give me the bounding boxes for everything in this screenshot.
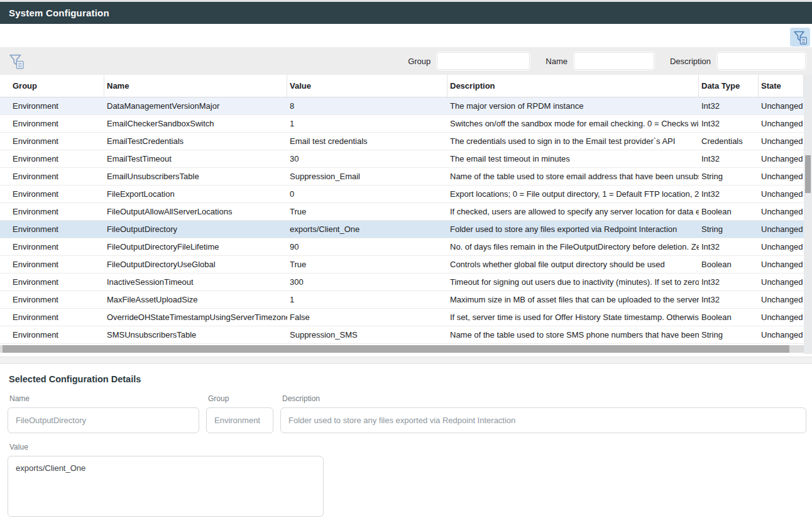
table-row[interactable]: EnvironmentEmailTestTimeout30The email t… — [0, 150, 804, 168]
details-description-label: Description — [282, 394, 806, 403]
horizontal-scrollbar-track[interactable] — [0, 345, 804, 353]
table-cell: Email test credentials — [287, 136, 447, 146]
table-cell: EmailTestTimeout — [104, 154, 287, 163]
details-description-input[interactable] — [280, 407, 806, 433]
table-row[interactable]: EnvironmentEmailUnsubscribersTableSuppre… — [0, 168, 804, 185]
table-cell: Environment — [0, 277, 104, 287]
horizontal-scrollbar-thumb[interactable] — [3, 345, 789, 353]
details-group-label: Group — [208, 394, 273, 403]
table-cell: SMSUnsubscribersTable — [104, 330, 287, 340]
table-cell: FileOutputDirectoryUseGlobal — [104, 260, 287, 269]
table-cell: Int32 — [699, 189, 759, 199]
table-cell: Unchanged — [759, 260, 804, 269]
table-cell: InactiveSessionTimeout — [104, 277, 287, 287]
table-cell: The major version of RPDM instance — [447, 101, 699, 111]
details-name-input[interactable] — [8, 407, 199, 433]
table-cell: The email test timeout in minutes — [447, 154, 699, 163]
table-cell: FileOutputDirectory — [104, 224, 287, 234]
table-cell: OverrideOHStateTimestampUsingServerTimez… — [104, 312, 287, 322]
details-field-description: Description — [280, 394, 806, 433]
description-filter-input[interactable] — [716, 52, 806, 70]
table-cell: Environment — [0, 224, 104, 234]
table-row[interactable]: EnvironmentFileExportLocation0Export loc… — [0, 185, 804, 203]
table-cell: Int32 — [699, 277, 759, 287]
table-cell: Environment — [0, 189, 104, 199]
name-filter-input[interactable] — [573, 52, 655, 70]
table-cell: No. of days files remain in the FileOutp… — [447, 242, 699, 251]
horizontal-scrollbar[interactable] — [0, 344, 804, 354]
toolbar-row — [0, 24, 812, 47]
filter-bar: Group Name Description — [0, 47, 812, 75]
selected-configuration-details: Selected Configuration Details Name Grou… — [0, 364, 812, 517]
table-row[interactable]: EnvironmentFileOutputDirectoryexports/Cl… — [0, 221, 804, 238]
column-header-name[interactable]: Name — [104, 75, 287, 97]
table-cell: Name of the table used to store SMS phon… — [447, 330, 699, 340]
group-filter-label: Group — [408, 57, 431, 66]
details-fields-row: Name Group Description — [8, 394, 806, 433]
table-cell: EmailUnsubscribersTable — [104, 172, 287, 181]
table-cell: Environment — [0, 207, 104, 216]
name-filter-label: Name — [546, 57, 568, 66]
vertical-scrollbar-track[interactable] — [804, 75, 812, 354]
table-cell: FileExportLocation — [104, 189, 287, 199]
table-cell: Environment — [0, 172, 104, 181]
table-row[interactable]: EnvironmentEmailCheckerSandboxSwitch1Swi… — [0, 115, 804, 133]
table-row[interactable]: EnvironmentFileOutputDirectoryFileLifeti… — [0, 238, 804, 256]
table-cell: Unchanged — [759, 136, 804, 146]
table-row[interactable]: EnvironmentMaxFileAssetUploadSize1Maximu… — [0, 291, 804, 309]
table-row[interactable]: EnvironmentDataManagementVersionMajor8Th… — [0, 97, 804, 115]
column-header-data-type[interactable]: Data Type — [699, 75, 759, 97]
table-cell: String — [699, 330, 759, 340]
table-row[interactable]: EnvironmentEmailTestCredentialsEmail tes… — [0, 133, 804, 150]
column-header-value[interactable]: Value — [287, 75, 447, 97]
table-row[interactable]: EnvironmentInactiveSessionTimeout300Time… — [0, 274, 804, 291]
table-cell: FileOutputAllowAllServerLocations — [104, 207, 287, 216]
table-cell: Unchanged — [759, 242, 804, 251]
section-divider — [0, 356, 812, 364]
table-cell: Unchanged — [759, 330, 804, 340]
table-cell: Folder used to store any files exported … — [447, 224, 699, 234]
table-cell: Boolean — [699, 312, 759, 322]
filter-builder-icon[interactable] — [9, 53, 25, 69]
table-cell: Suppression_SMS — [287, 330, 447, 340]
page-title: System Configuration — [9, 8, 109, 18]
column-header-description[interactable]: Description — [447, 75, 699, 97]
table-cell: Unchanged — [759, 207, 804, 216]
table-cell: Controls whether global file output dire… — [447, 260, 699, 269]
table-cell: Suppression_Email — [287, 172, 447, 181]
table-cell: exports/Client_One — [287, 224, 447, 234]
column-header-state[interactable]: State — [759, 75, 804, 97]
table-header-row: GroupNameValueDescriptionData TypeState — [0, 75, 804, 97]
table-cell: Environment — [0, 119, 104, 128]
group-filter-input[interactable] — [436, 52, 530, 70]
table-cell: Timeout for signing out users due to ina… — [447, 277, 699, 287]
table-cell: Unchanged — [759, 312, 804, 322]
vertical-scrollbar-thumb[interactable] — [805, 155, 811, 193]
column-header-group[interactable]: Group — [0, 75, 104, 97]
table-cell: True — [287, 207, 447, 216]
table-cell: False — [287, 312, 447, 322]
filter-toggle-button[interactable] — [790, 28, 810, 47]
table-cell: 1 — [287, 295, 447, 304]
filter-list-icon — [793, 30, 808, 45]
details-heading: Selected Configuration Details — [9, 374, 806, 384]
table-row[interactable]: EnvironmentFileOutputAllowAllServerLocat… — [0, 203, 804, 221]
table-cell: 300 — [287, 277, 447, 287]
table-cell: 90 — [287, 242, 447, 251]
table-cell: Switches on/off the sandbox mode for ema… — [447, 119, 699, 128]
details-field-value: Value exports/Client_One — [8, 443, 806, 517]
title-bar: System Configuration — [0, 2, 812, 24]
table-cell: Int32 — [699, 154, 759, 163]
configuration-table: GroupNameValueDescriptionData TypeState … — [0, 75, 812, 354]
table-row[interactable]: EnvironmentFileOutputDirectoryUseGlobalT… — [0, 256, 804, 274]
filter-field-name: Name — [546, 52, 655, 70]
table-cell: String — [699, 224, 759, 234]
details-value-textarea[interactable]: exports/Client_One — [8, 456, 324, 517]
details-group-input[interactable] — [206, 407, 273, 433]
table-row[interactable]: EnvironmentOverrideOHStateTimestampUsing… — [0, 309, 804, 326]
table-cell: Int32 — [699, 295, 759, 304]
table-cell: EmailTestCredentials — [104, 136, 287, 146]
filter-field-group: Group — [408, 52, 530, 70]
table-cell: String — [699, 172, 759, 181]
table-row[interactable]: EnvironmentSMSUnsubscribersTableSuppress… — [0, 326, 804, 344]
